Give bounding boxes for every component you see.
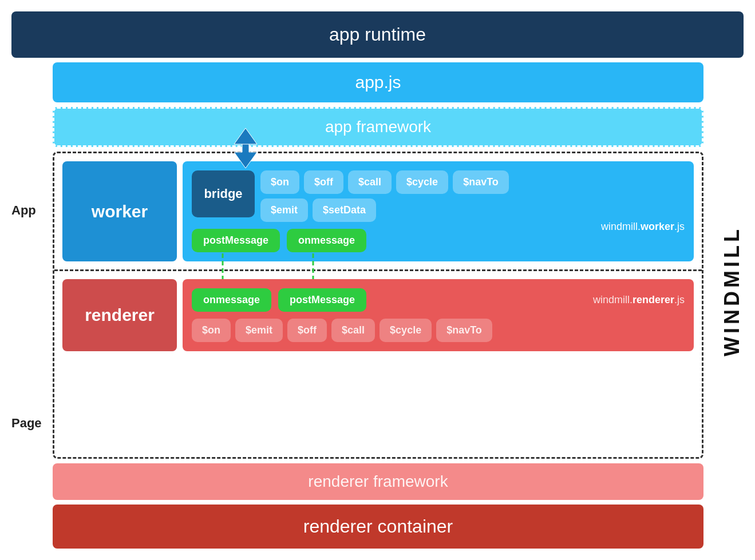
windmill-label-text: WINDMILL	[720, 226, 744, 356]
worker-block: worker	[62, 161, 177, 261]
left-labels: App Page	[11, 62, 53, 549]
renderer-on-btn[interactable]: $on	[192, 319, 231, 342]
worker-emit-btn[interactable]: $emit	[260, 198, 308, 222]
worker-navto-btn[interactable]: $navTo	[453, 170, 509, 194]
worker-inner-area: bridge $on $off $call $cycle $navTo	[183, 161, 694, 261]
renderer-call-btn[interactable]: $call	[331, 319, 375, 342]
bidirectional-arrow-icon	[228, 128, 263, 168]
app-runtime-label: app runtime	[329, 24, 426, 45]
renderer-api-buttons: $on $emit $off $call $cycle $navTo	[192, 319, 685, 342]
green-dashed-line-left-icon	[222, 253, 224, 282]
worker-postmessage-btn[interactable]: postMessage	[192, 229, 280, 252]
renderer-onmessage-btn[interactable]: onmessage	[192, 288, 271, 312]
app-label: App	[11, 112, 48, 218]
svg-marker-1	[234, 144, 257, 168]
windmill-vertical-label: WINDMILL	[715, 108, 749, 474]
renderer-label: renderer	[85, 305, 155, 325]
worker-on-btn[interactable]: $on	[260, 170, 299, 194]
renderer-section: renderer onmessage postMessage windmill.…	[62, 279, 694, 351]
windmill-renderer-js-label: windmill.renderer.js	[373, 294, 685, 306]
worker-api-buttons: $on $off $call $cycle $navTo $emit $setD…	[260, 170, 685, 222]
worker-setdata-btn[interactable]: $setData	[313, 198, 376, 222]
worker-off-btn[interactable]: $off	[304, 170, 343, 194]
worker-section: worker	[62, 161, 694, 261]
renderer-container-label: renderer container	[303, 516, 453, 537]
renderer-cycle-btn[interactable]: $cycle	[380, 319, 432, 342]
renderer-postmessage-btn[interactable]: postMessage	[278, 288, 366, 312]
renderer-framework-label: renderer framework	[308, 472, 448, 490]
app-js-bar: app.js	[53, 62, 703, 102]
renderer-emit-btn[interactable]: $emit	[235, 319, 283, 342]
renderer-navto-btn[interactable]: $navTo	[436, 319, 492, 342]
app-js-label: app.js	[355, 73, 401, 92]
renderer-container-bar: renderer container	[53, 505, 703, 549]
renderer-inner-area: onmessage postMessage windmill.renderer.…	[183, 279, 694, 351]
worker-onmessage-btn[interactable]: onmessage	[287, 229, 366, 252]
renderer-framework-bar: renderer framework	[53, 463, 703, 500]
bridge-block: bridge	[192, 170, 255, 217]
worker-message-buttons: postMessage onmessage	[192, 229, 685, 252]
worker-call-btn[interactable]: $call	[348, 170, 392, 194]
app-runtime-bar: app runtime	[11, 11, 744, 58]
renderer-block: renderer	[62, 279, 177, 351]
horizontal-dashed-separator	[54, 269, 702, 271]
windmill-dashed-box: worker	[53, 152, 703, 459]
worker-label: worker	[92, 202, 148, 221]
onmessage-down-arrow	[312, 253, 314, 282]
postmessage-down-arrow	[222, 253, 224, 282]
app-framework-label: app framework	[325, 118, 431, 136]
bridge-label: bridge	[204, 186, 242, 201]
page-label: Page	[11, 416, 48, 499]
renderer-off-btn[interactable]: $off	[287, 319, 327, 342]
app-framework-bar: app framework	[53, 107, 703, 147]
green-dashed-line-right-icon	[312, 253, 314, 282]
worker-cycle-btn[interactable]: $cycle	[396, 170, 448, 194]
